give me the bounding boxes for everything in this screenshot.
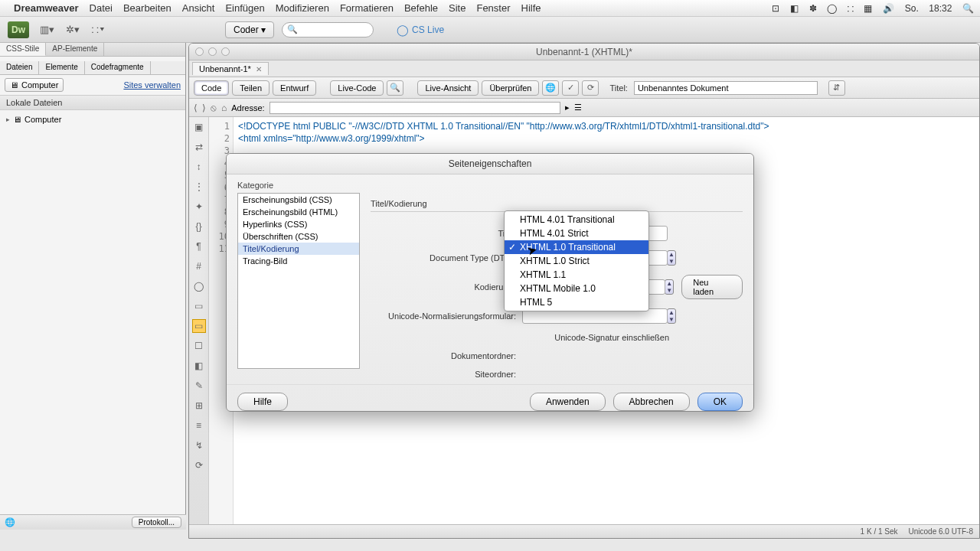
status-icon[interactable]: ✽: [809, 3, 817, 14]
close-tab-icon[interactable]: ✕: [256, 65, 262, 73]
dtd-stepper-icon[interactable]: ▲▼: [667, 250, 676, 266]
back-icon[interactable]: ⟨: [194, 103, 198, 113]
tool-icon[interactable]: ☐: [192, 339, 206, 353]
tool-icon[interactable]: ⟳: [192, 458, 206, 472]
abbrechen-button[interactable]: Abbrechen: [613, 393, 690, 411]
validate-icon[interactable]: ✓: [562, 80, 579, 96]
hilfe-button[interactable]: Hilfe: [237, 393, 288, 411]
home-icon[interactable]: ⌂: [221, 103, 227, 113]
status-icon[interactable]: ◯: [827, 3, 837, 14]
view-entwurf-button[interactable]: Entwurf: [273, 80, 316, 96]
unicode-stepper-icon[interactable]: ▲▼: [667, 308, 676, 324]
window-titlebar[interactable]: Unbenannt-1 (XHTML)*: [189, 44, 979, 60]
adresse-input[interactable]: [270, 102, 560, 114]
live-ansicht-button[interactable]: Live-Ansicht: [417, 80, 479, 96]
dtd-option[interactable]: XHTML Mobile 1.0: [505, 282, 648, 295]
kategorie-item[interactable]: Erscheinungsbild (HTML): [238, 206, 359, 218]
stop-icon[interactable]: ⦸: [211, 103, 217, 113]
tool-icon[interactable]: ≡: [192, 419, 206, 432]
kategorie-item-selected[interactable]: Titel/Kodierung: [238, 243, 359, 255]
tool-icon[interactable]: ⊞: [192, 399, 206, 412]
addr-go-icon[interactable]: ▸: [565, 103, 570, 112]
tool-icon[interactable]: ⋮: [192, 180, 206, 194]
menu-befehle[interactable]: Befehle: [404, 2, 438, 14]
tool-icon[interactable]: ↯: [192, 439, 206, 452]
menu-ansicht[interactable]: Ansicht: [182, 2, 215, 14]
menu-datei[interactable]: Datei: [90, 2, 113, 14]
forward-icon[interactable]: ⟩: [202, 103, 206, 113]
app-name[interactable]: Dreamweaver: [14, 2, 79, 14]
addr-list-icon[interactable]: ☰: [574, 103, 582, 112]
tool-icon[interactable]: ◯: [192, 279, 206, 293]
gear-icon[interactable]: ✲▾: [66, 22, 84, 37]
globe-preview-icon[interactable]: 🌐: [542, 80, 559, 96]
file-tree[interactable]: 🖥Computer: [0, 110, 185, 129]
minimize-icon[interactable]: [208, 47, 217, 56]
traffic-lights[interactable]: [195, 47, 230, 56]
tool-icon[interactable]: ¶: [192, 240, 206, 253]
tool-icon[interactable]: ✎: [192, 379, 206, 393]
workspace-selector[interactable]: Coder ▾: [225, 21, 274, 38]
menu-hilfe[interactable]: Hilfe: [521, 2, 541, 14]
ok-button[interactable]: OK: [697, 393, 743, 411]
dtd-option[interactable]: HTML 4.01 Strict: [505, 227, 648, 240]
status-icon[interactable]: ⸬: [848, 3, 854, 14]
kodierung-stepper-icon[interactable]: ▲▼: [665, 279, 674, 295]
kategorie-item[interactable]: Überschriften (CSS): [238, 230, 359, 243]
search-input[interactable]: 🔍: [282, 22, 374, 37]
sites-verwalten-link[interactable]: Sites verwalten: [123, 80, 181, 90]
view-teilen-button[interactable]: Teilen: [232, 80, 270, 96]
cs-live-button[interactable]: CS Live: [397, 24, 444, 36]
protokoll-button[interactable]: Protokoll...: [132, 517, 181, 528]
status-icon[interactable]: ▦: [864, 3, 872, 14]
layout-icon[interactable]: ▥▾: [40, 22, 58, 37]
menu-fenster[interactable]: Fenster: [476, 2, 510, 14]
tool-icon[interactable]: ↕: [192, 160, 206, 174]
dtd-option[interactable]: XHTML 1.1: [505, 268, 648, 282]
tool-icon[interactable]: ▭: [192, 319, 206, 333]
kategorie-item[interactable]: Erscheinungsbild (CSS): [238, 194, 359, 206]
dtd-option[interactable]: HTML 5: [505, 295, 648, 309]
tool-icon[interactable]: ▣: [192, 120, 206, 134]
tab-css-stile[interactable]: CSS-Stile: [0, 43, 46, 56]
tree-root-computer[interactable]: 🖥Computer: [6, 113, 179, 126]
dtd-option-selected[interactable]: XHTML 1.0 Transitional: [505, 240, 648, 254]
menu-bearbeiten[interactable]: Bearbeiten: [123, 2, 172, 14]
menu-site[interactable]: Site: [449, 2, 466, 14]
status-icon[interactable]: ⊡: [772, 3, 779, 14]
kategorie-item[interactable]: Tracing-Bild: [238, 255, 359, 267]
titel-input[interactable]: [634, 81, 818, 95]
menu-formatieren[interactable]: Formatieren: [340, 2, 394, 14]
kategorie-item[interactable]: Hyperlinks (CSS): [238, 218, 359, 230]
tab-dateien[interactable]: Dateien: [0, 61, 39, 74]
live-code-button[interactable]: Live-Code: [330, 80, 384, 96]
zoom-icon[interactable]: [221, 47, 230, 56]
tab-ap-elemente[interactable]: AP-Elemente: [46, 43, 104, 56]
tool-icon[interactable]: ◧: [192, 359, 206, 373]
menu-modifizieren[interactable]: Modifizieren: [276, 2, 329, 14]
file-mgmt-icon[interactable]: ⇵: [828, 80, 845, 96]
globe-icon[interactable]: 🌐: [5, 517, 15, 527]
tab-elemente[interactable]: Elemente: [39, 61, 84, 74]
tool-icon[interactable]: ⇄: [192, 140, 206, 154]
view-code-button[interactable]: Code: [194, 80, 229, 96]
tool-icon[interactable]: #: [192, 259, 206, 273]
dtd-option[interactable]: XHTML 1.0 Strict: [505, 254, 648, 268]
tab-codefragmente[interactable]: Codefragmente: [85, 61, 151, 74]
ueberpruefen-button[interactable]: Überprüfen: [482, 80, 539, 96]
close-icon[interactable]: [195, 47, 204, 56]
neu-laden-button[interactable]: Neu laden: [681, 275, 743, 299]
menu-einfuegen[interactable]: Einfügen: [225, 2, 264, 14]
dtd-option[interactable]: HTML 4.01 Transitional: [505, 213, 648, 227]
tool-icon[interactable]: ▭: [192, 299, 206, 313]
site-icon[interactable]: ⸬▾: [92, 22, 110, 37]
bom-checkbox-label[interactable]: Unicode-Signatur einschließen: [371, 333, 669, 342]
refresh-icon[interactable]: ⟳: [582, 80, 599, 96]
tool-icon[interactable]: {}: [192, 220, 206, 233]
kategorie-listbox[interactable]: Erscheinungsbild (CSS) Erscheinungsbild …: [237, 193, 360, 369]
volume-icon[interactable]: 🔊: [883, 3, 894, 14]
status-icon[interactable]: ◧: [790, 3, 799, 14]
tool-icon[interactable]: ✦: [192, 200, 206, 214]
computer-select[interactable]: Computer: [5, 78, 64, 92]
spotlight-icon[interactable]: 🔍: [962, 3, 974, 14]
